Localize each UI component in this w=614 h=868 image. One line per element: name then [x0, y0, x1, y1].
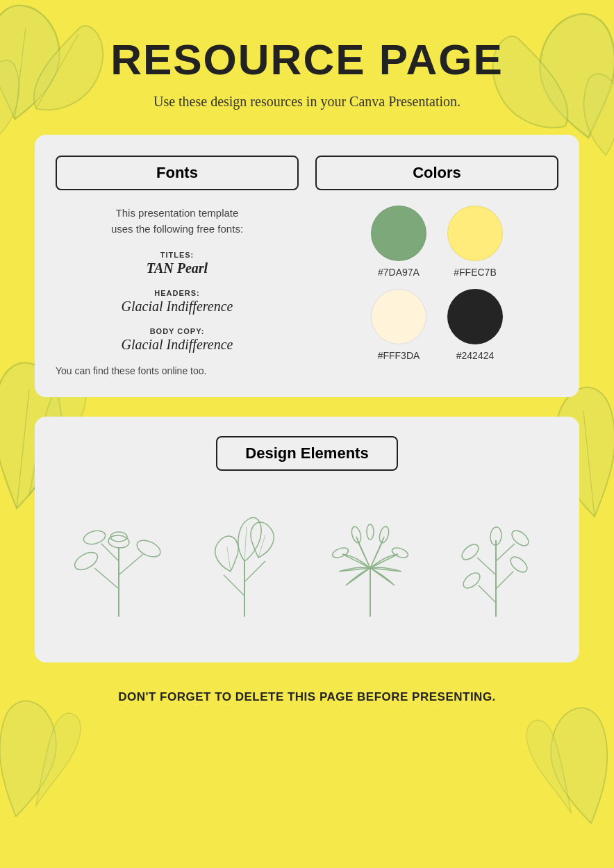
headers-font-name: Glacial Indifference: [56, 299, 299, 315]
plant-illustration-4: [444, 506, 548, 624]
titles-label: TITLES:: [56, 251, 299, 259]
svg-point-30: [460, 570, 483, 591]
body-font-entry: BODY COPY: Glacial Indifference: [56, 327, 299, 353]
svg-point-10: [82, 528, 107, 546]
color-circle-black: [447, 289, 503, 344]
plant-illustration-1: [67, 506, 171, 624]
headers-font-entry: HEADERS: Glacial Indifference: [56, 289, 299, 315]
body-font-name: Glacial Indifference: [56, 337, 299, 353]
svg-line-16: [227, 547, 231, 571]
page-subtitle: Use these design resources in your Canva…: [35, 94, 579, 110]
color-hex-yellow: #FFEC7B: [454, 267, 496, 278]
titles-font-name: TAN Pearl: [56, 260, 299, 276]
svg-point-21: [378, 526, 390, 544]
color-swatches: #7DA97A #FFEC7B #FFF3DA: [315, 206, 558, 361]
svg-point-9: [134, 537, 163, 560]
svg-line-15: [244, 561, 265, 582]
plant-illustrations: [56, 492, 558, 637]
svg-line-7: [101, 544, 119, 561]
color-hex-green: #7DA97A: [378, 267, 420, 278]
svg-point-20: [350, 526, 363, 544]
plant-illustration-2: [192, 506, 297, 624]
fonts-heading: Fonts: [56, 156, 299, 190]
color-circle-green: [371, 206, 426, 261]
design-elements-heading: Design Elements: [216, 436, 397, 471]
color-swatch-green: #7DA97A: [371, 206, 426, 278]
fonts-panel: Fonts This presentation template uses th…: [56, 156, 299, 376]
color-row-1: #7DA97A #FFEC7B: [371, 206, 503, 278]
color-row-2: #FFF3DA #242424: [371, 289, 503, 361]
fonts-footer-note: You can find these fonts online too.: [56, 365, 299, 376]
color-circle-yellow: [447, 206, 503, 261]
svg-point-31: [508, 554, 530, 575]
body-label: BODY COPY:: [56, 327, 299, 335]
fonts-description: This presentation template uses the foll…: [56, 206, 299, 237]
svg-point-24: [367, 524, 374, 540]
page-title: RESOURCE PAGE: [35, 35, 579, 84]
svg-line-18: [244, 526, 247, 561]
svg-point-22: [331, 546, 349, 559]
plant-illustration-3: [318, 506, 422, 624]
titles-font-entry: TITLES: TAN Pearl: [56, 251, 299, 276]
svg-line-14: [224, 575, 244, 596]
svg-line-28: [477, 558, 496, 575]
svg-point-23: [390, 546, 409, 559]
design-elements-card: Design Elements: [35, 417, 579, 662]
svg-line-27: [496, 571, 513, 589]
color-hex-black: #242424: [456, 350, 495, 361]
color-swatch-cream: #FFF3DA: [371, 289, 426, 361]
svg-line-5: [94, 568, 119, 589]
svg-line-26: [479, 585, 496, 603]
color-hex-cream: #FFF3DA: [378, 350, 420, 361]
page-footer: DON'T FORGET TO DELETE THIS PAGE BEFORE …: [35, 690, 579, 704]
colors-heading: Colors: [315, 156, 558, 190]
colors-panel: Colors #7DA97A #FFEC7B: [315, 156, 558, 376]
svg-line-6: [119, 554, 143, 575]
svg-point-32: [459, 542, 481, 562]
resource-card: Fonts This presentation template uses th…: [35, 135, 579, 397]
color-circle-cream: [371, 289, 426, 344]
headers-label: HEADERS:: [56, 289, 299, 297]
color-swatch-yellow: #FFEC7B: [447, 206, 503, 278]
color-swatch-black: #242424: [447, 289, 503, 361]
